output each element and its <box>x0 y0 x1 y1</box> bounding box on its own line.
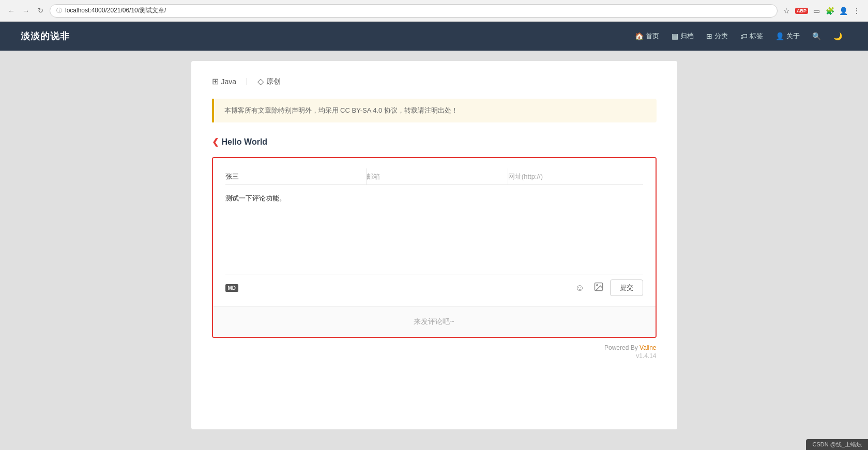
site-brand[interactable]: 淡淡的说非 <box>21 30 70 42</box>
security-icon: ⓘ <box>56 7 62 14</box>
url-text: localhost:4000/2021/06/10/测试文章/ <box>65 6 166 15</box>
powered-by-prefix: Powered By <box>604 344 639 351</box>
moon-icon: 🌙 <box>833 32 842 40</box>
about-icon: 👤 <box>775 32 784 40</box>
nav-home[interactable]: 🏠 首页 <box>630 28 664 44</box>
emoji-icon: ☺ <box>575 283 584 293</box>
tag-divider <box>247 78 247 85</box>
emoji-button[interactable]: ☺ <box>573 281 587 295</box>
submit-button[interactable]: 提交 <box>610 280 643 296</box>
bookmark-button[interactable]: ☆ <box>782 6 792 16</box>
navbar: 淡淡的说非 🏠 首页 ▤ 归档 ⊞ 分类 🏷 标签 👤 关于 🔍 🌙 <box>0 22 868 51</box>
empty-comment-label: 来发评论吧~ <box>414 317 454 325</box>
category-tag-label: Java <box>221 77 237 86</box>
search-icon: 🔍 <box>812 32 821 40</box>
ext-badge: ABP <box>795 8 808 14</box>
comment-form: 测试一下评论功能。 MD ☺ <box>213 158 656 306</box>
comment-textarea[interactable]: 测试一下评论功能。 <box>225 193 643 266</box>
nav-category[interactable]: ⊞ 分类 <box>701 28 733 44</box>
cast-button[interactable]: ▭ <box>811 6 821 16</box>
reload-button[interactable]: ↻ <box>35 6 45 16</box>
valine-link[interactable]: Valine <box>639 344 656 351</box>
image-icon <box>593 282 604 294</box>
nav-theme-toggle[interactable]: 🌙 <box>828 29 847 43</box>
nav-search-button[interactable]: 🔍 <box>807 29 826 43</box>
powered-by: Powered By Valine <box>212 344 657 351</box>
section-heading: ❮ Hello World <box>212 137 657 147</box>
markdown-badge: MD <box>225 284 239 292</box>
nav-archive-label: 归档 <box>680 32 694 41</box>
version-line: v1.4.14 <box>212 352 657 360</box>
main-content: ⊞ Java ◇ 原创 本博客所有文章除特别声明外，均采用 CC BY-SA 4… <box>0 51 868 450</box>
original-tag-icon: ◇ <box>257 76 264 86</box>
nav-about-label: 关于 <box>786 32 800 41</box>
name-field[interactable] <box>225 168 367 184</box>
toolbar-left: MD <box>225 284 239 292</box>
image-button[interactable] <box>591 281 606 295</box>
menu-button[interactable]: ⋮ <box>851 6 862 16</box>
nav-menu: 🏠 首页 ▤ 归档 ⊞ 分类 🏷 标签 👤 关于 🔍 🌙 <box>630 28 847 44</box>
browser-actions: ☆ ABP ▭ 🧩 👤 ⋮ <box>782 6 862 16</box>
back-button[interactable]: ← <box>6 6 17 16</box>
status-text: CSDN @线_上蜡烛 <box>812 441 862 447</box>
email-field[interactable] <box>367 168 508 184</box>
nav-tags[interactable]: 🏷 标签 <box>735 28 768 44</box>
type-tag[interactable]: ◇ 原创 <box>257 76 281 86</box>
category-icon: ⊞ <box>706 32 712 40</box>
category-tag-icon: ⊞ <box>212 76 219 86</box>
toolbar-right: ☺ 提交 <box>573 280 643 296</box>
comment-list-area: 来发评论吧~ <box>213 306 656 337</box>
comment-form-fields <box>225 168 643 185</box>
browser-chrome: ← → ↻ ⓘ localhost:4000/2021/06/10/测试文章/ … <box>0 0 868 22</box>
comment-toolbar: MD ☺ <box>225 274 643 296</box>
content-card: ⊞ Java ◇ 原创 本博客所有文章除特别声明外，均采用 CC BY-SA 4… <box>191 61 677 429</box>
status-bar: CSDN @线_上蜡烛 <box>806 439 868 450</box>
nav-category-label: 分类 <box>714 32 728 41</box>
nav-about[interactable]: 👤 关于 <box>770 28 805 44</box>
svg-point-1 <box>596 284 598 286</box>
type-tag-label: 原创 <box>266 77 281 86</box>
nav-home-label: 首页 <box>646 32 659 41</box>
nav-archive[interactable]: ▤ 归档 <box>666 28 699 44</box>
profile-button[interactable]: 👤 <box>838 6 848 16</box>
archive-icon: ▤ <box>672 32 678 40</box>
notice-text: 本博客所有文章除特别声明外，均采用 CC BY-SA 4.0 协议，转载请注明出… <box>224 106 458 114</box>
address-bar[interactable]: ⓘ localhost:4000/2021/06/10/测试文章/ <box>50 4 778 18</box>
category-tag[interactable]: ⊞ Java <box>212 76 237 86</box>
tag-icon: 🏷 <box>740 32 748 40</box>
page-wrapper: ⊞ Java ◇ 原创 本博客所有文章除特别声明外，均采用 CC BY-SA 4… <box>0 51 868 450</box>
comment-section: 测试一下评论功能。 MD ☺ <box>212 157 657 338</box>
forward-button[interactable]: → <box>21 6 31 16</box>
home-icon: 🏠 <box>635 32 644 40</box>
extensions-button[interactable]: 🧩 <box>825 6 835 16</box>
chevron-left-icon: ❮ <box>212 137 219 147</box>
nav-tags-label: 标签 <box>750 32 763 41</box>
notice-box: 本博客所有文章除特别声明外，均采用 CC BY-SA 4.0 协议，转载请注明出… <box>212 99 657 122</box>
website-field[interactable] <box>508 168 643 184</box>
tags-row: ⊞ Java ◇ 原创 <box>212 76 657 86</box>
article-heading: Hello World <box>222 137 268 147</box>
